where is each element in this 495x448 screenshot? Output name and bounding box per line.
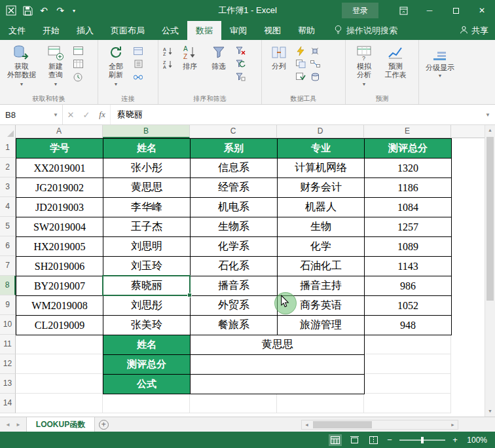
row-header-4[interactable]: 4 xyxy=(0,197,16,217)
table-cell[interactable]: 生物 xyxy=(278,217,365,237)
table-cell[interactable]: 刘玉玲 xyxy=(103,257,191,276)
login-button[interactable]: 登录 xyxy=(342,3,378,18)
cell-B14[interactable] xyxy=(103,394,190,413)
vertical-scrollbar-thumb[interactable] xyxy=(486,137,494,301)
table-cell[interactable]: 化学 xyxy=(278,237,365,257)
table-cell[interactable]: HX2019005 xyxy=(16,237,103,257)
select-all-button[interactable] xyxy=(0,125,16,138)
table-cell[interactable]: 1089 xyxy=(365,237,452,257)
cell-E12[interactable] xyxy=(364,354,451,374)
zoom-slider-thumb[interactable] xyxy=(421,437,424,443)
cell-E11[interactable] xyxy=(364,335,451,354)
cell-C14[interactable] xyxy=(190,394,277,413)
table-cell[interactable]: 刘思彤 xyxy=(103,296,191,316)
column-header-C[interactable]: C xyxy=(190,125,277,138)
data-validation-icon[interactable] xyxy=(295,72,306,82)
tab-home[interactable]: 开始 xyxy=(34,21,68,40)
remove-duplicates-icon[interactable] xyxy=(295,59,306,69)
reapply-filter-icon[interactable] xyxy=(234,59,246,69)
table-cell[interactable]: 播音主持 xyxy=(278,276,365,296)
table-header-cell[interactable]: 测评总分 xyxy=(365,139,452,159)
zoom-level[interactable]: 100% xyxy=(465,436,487,445)
enter-icon[interactable]: ✓ xyxy=(79,105,94,124)
column-header-A[interactable]: A xyxy=(16,125,103,138)
table-cell[interactable]: 机电系 xyxy=(191,198,278,217)
lookup-value[interactable] xyxy=(191,355,365,375)
table-cell[interactable]: 旅游管理 xyxy=(278,316,365,335)
row-header-6[interactable]: 6 xyxy=(0,236,16,256)
new-query-button[interactable]: 新建 查询 ▼ xyxy=(41,42,71,88)
from-table-icon[interactable] xyxy=(72,59,84,69)
row-header-2[interactable]: 2 xyxy=(0,158,16,177)
table-cell[interactable]: 商务英语 xyxy=(278,296,365,316)
table-cell[interactable]: 948 xyxy=(365,316,452,335)
clear-filter-icon[interactable] xyxy=(234,46,246,56)
table-cell[interactable]: 1186 xyxy=(365,178,452,198)
table-cell[interactable]: 张小彤 xyxy=(103,159,191,178)
add-sheet-button[interactable]: + xyxy=(95,417,112,432)
tab-insert[interactable]: 插入 xyxy=(68,21,102,40)
row-header-14[interactable]: 14 xyxy=(0,394,16,413)
lookup-value[interactable]: 黄思思 xyxy=(191,335,365,355)
formula-input[interactable]: 蔡晓丽 xyxy=(110,105,481,124)
properties-icon[interactable] xyxy=(132,59,144,69)
refresh-all-button[interactable]: 全部 刷新 ▼ xyxy=(101,42,131,88)
table-header-cell[interactable]: 学号 xyxy=(16,139,103,159)
flash-fill-icon[interactable] xyxy=(295,46,306,56)
tab-review[interactable]: 审阅 xyxy=(221,21,255,40)
tab-file[interactable]: 文件 xyxy=(0,21,34,40)
table-cell[interactable]: 外贸系 xyxy=(191,296,278,316)
vertical-scrollbar[interactable]: ▲ ▼ xyxy=(485,125,495,417)
sort-button[interactable]: AZ 排序 xyxy=(175,42,204,71)
table-header-cell[interactable]: 姓名 xyxy=(103,139,191,159)
zoom-out-icon[interactable]: − xyxy=(386,435,394,445)
tab-data[interactable]: 数据 xyxy=(187,21,221,40)
table-cell[interactable]: 黄思思 xyxy=(103,178,191,198)
page-break-view-icon[interactable] xyxy=(367,434,380,446)
tab-help[interactable]: 帮助 xyxy=(289,21,323,40)
advanced-filter-icon[interactable] xyxy=(234,72,246,82)
tell-me-search[interactable]: 操作说明搜索 xyxy=(334,21,397,40)
table-header-cell[interactable]: 系别 xyxy=(191,139,278,159)
table-cell[interactable]: 化学系 xyxy=(191,237,278,257)
row-header-11[interactable]: 11 xyxy=(0,335,16,354)
row-header-9[interactable]: 9 xyxy=(0,295,16,315)
table-cell[interactable]: SH2019006 xyxy=(16,257,103,276)
table-cell[interactable]: 经管系 xyxy=(191,178,278,198)
table-cell[interactable]: 1320 xyxy=(365,159,452,178)
horizontal-scrollbar-track[interactable] xyxy=(312,420,448,429)
cell-E14[interactable] xyxy=(364,394,451,413)
sort-descending-icon[interactable]: ZA xyxy=(162,59,174,69)
table-cell[interactable]: 1084 xyxy=(365,198,452,217)
cell-A13[interactable] xyxy=(16,374,103,394)
table-cell[interactable]: 1257 xyxy=(365,217,452,237)
row-header-3[interactable]: 3 xyxy=(0,177,16,197)
table-cell[interactable]: 986 xyxy=(365,276,452,296)
name-box[interactable]: B8 ▼ xyxy=(0,105,63,124)
consolidate-icon[interactable] xyxy=(309,46,321,56)
table-cell[interactable]: 财务会计 xyxy=(278,178,365,198)
table-cell[interactable]: XX2019001 xyxy=(16,159,103,178)
what-if-analysis-button[interactable]: ? 模拟 分析 ▼ xyxy=(348,42,380,88)
table-cell[interactable]: 李华峰 xyxy=(103,198,191,217)
sheet-tab-lookup[interactable]: LOOKUP函数 xyxy=(26,417,95,432)
table-cell[interactable]: 生物系 xyxy=(191,217,278,237)
cell-E13[interactable] xyxy=(364,374,451,394)
show-queries-icon[interactable] xyxy=(72,46,84,56)
sort-ascending-icon[interactable]: AZ xyxy=(162,46,174,56)
table-cell[interactable]: 播音系 xyxy=(191,276,278,296)
cell-A14[interactable] xyxy=(16,394,103,413)
table-cell[interactable]: 石油化工 xyxy=(278,257,365,276)
table-cell[interactable]: 1143 xyxy=(365,257,452,276)
row-header-10[interactable]: 10 xyxy=(0,315,16,335)
get-external-data-button[interactable]: 获取 外部数据 ▼ xyxy=(3,42,41,88)
table-cell[interactable]: 1052 xyxy=(365,296,452,316)
zoom-slider[interactable] xyxy=(399,439,445,441)
table-cell[interactable]: JG2019002 xyxy=(16,178,103,198)
minimize-button[interactable]: ─ xyxy=(416,0,443,21)
tab-view[interactable]: 视图 xyxy=(255,21,289,40)
table-cell[interactable]: 机器人 xyxy=(278,198,365,217)
manage-data-model-icon[interactable] xyxy=(309,72,321,82)
normal-view-icon[interactable] xyxy=(329,434,342,446)
table-cell[interactable]: 张美玲 xyxy=(103,316,191,335)
